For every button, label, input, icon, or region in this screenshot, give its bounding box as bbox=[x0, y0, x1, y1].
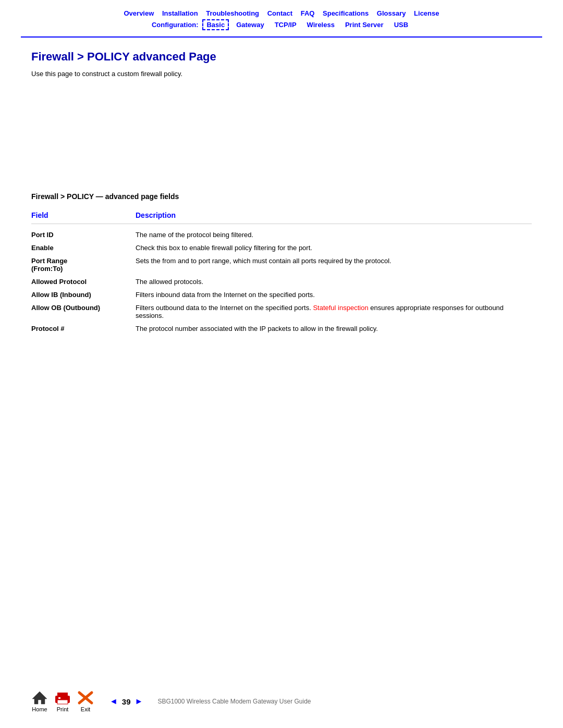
field-desc-enable: Check this box to enable firewall policy… bbox=[136, 241, 532, 254]
exit-label: Exit bbox=[81, 706, 90, 712]
field-desc-allowed-protocol: The allowed protocols. bbox=[136, 275, 532, 288]
nav-row-2: Configuration: Basic Gateway TCP/IP Wire… bbox=[0, 19, 563, 30]
field-name-allowed-protocol: Allowed Protocol bbox=[31, 275, 136, 288]
table-row: Allowed Protocol The allowed protocols. bbox=[31, 275, 532, 288]
svg-rect-2 bbox=[57, 693, 68, 697]
field-name-protocol-num: Protocol # bbox=[31, 322, 136, 335]
nav-print-server[interactable]: Print Server bbox=[345, 21, 384, 29]
nav-tcpip[interactable]: TCP/IP bbox=[275, 21, 297, 29]
field-desc-protocol-num: The protocol number associated with the … bbox=[136, 322, 532, 335]
page-number: 39 bbox=[122, 697, 131, 706]
section-title: Firewall > POLICY — advanced page fields bbox=[31, 192, 532, 201]
next-page-button[interactable]: ► bbox=[135, 697, 143, 706]
nav-faq[interactable]: FAQ bbox=[301, 9, 315, 17]
field-desc-port-id: The name of the protocol being filtered. bbox=[136, 228, 532, 241]
field-name-allow-ib: Allow IB (Inbound) bbox=[31, 288, 136, 301]
field-name-port-range: Port Range (From:To) bbox=[31, 254, 136, 275]
footer: Home Print Exit ◄ 39 ► SBG1000 Wireless bbox=[0, 690, 563, 712]
page-title: Firewall > POLICY advanced Page bbox=[31, 50, 532, 64]
svg-marker-0 bbox=[32, 692, 47, 704]
table-row: Port ID The name of the protocol being f… bbox=[31, 228, 532, 241]
footer-page-info: ◄ 39 ► SBG1000 Wireless Cable Modem Gate… bbox=[109, 697, 311, 706]
page-subtitle: Use this page to construct a custom fire… bbox=[31, 70, 532, 78]
table-row: Enable Check this box to enable firewall… bbox=[31, 241, 532, 254]
home-label: Home bbox=[32, 706, 47, 712]
nav-overview[interactable]: Overview bbox=[124, 9, 154, 17]
print-label: Print bbox=[57, 706, 69, 712]
nav-troubleshooting[interactable]: Troubleshooting bbox=[206, 9, 259, 17]
table-row: Protocol # The protocol number associate… bbox=[31, 322, 532, 335]
home-icon bbox=[31, 690, 48, 705]
print-button[interactable]: Print bbox=[53, 690, 72, 712]
nav-installation[interactable]: Installation bbox=[162, 9, 198, 17]
field-desc-allow-ob: Filters outbound data to the Internet on… bbox=[136, 301, 532, 322]
svg-rect-3 bbox=[57, 700, 68, 704]
table-row: Port Range (From:To) Sets the from and t… bbox=[31, 254, 532, 275]
prev-page-button[interactable]: ◄ bbox=[109, 697, 118, 706]
top-navigation: Overview Installation Troubleshooting Co… bbox=[0, 0, 563, 33]
nav-license[interactable]: License bbox=[414, 9, 439, 17]
fields-table: Field Description Port ID The name of th… bbox=[31, 209, 532, 335]
field-name-allow-ob: Allow OB (Outbound) bbox=[31, 301, 136, 322]
config-label: Configuration: bbox=[152, 21, 199, 29]
nav-specifications[interactable]: Specifications bbox=[323, 9, 369, 17]
nav-usb[interactable]: USB bbox=[394, 21, 408, 29]
nav-contact[interactable]: Contact bbox=[267, 9, 292, 17]
field-desc-allow-ob-before: Filters outbound data to the Internet on… bbox=[136, 304, 313, 312]
footer-nav-icons: Home Print Exit bbox=[31, 690, 94, 712]
field-desc-allow-ib: Filters inbound data from the Internet o… bbox=[136, 288, 532, 301]
nav-glossary[interactable]: Glossary bbox=[377, 9, 406, 17]
footer-doc-title: SBG1000 Wireless Cable Modem Gateway Use… bbox=[157, 698, 311, 705]
table-row: Allow IB (Inbound) Filters inbound data … bbox=[31, 288, 532, 301]
field-name-port-id: Port ID bbox=[31, 228, 136, 241]
exit-icon bbox=[77, 690, 94, 705]
home-button[interactable]: Home bbox=[31, 690, 48, 712]
table-row: Allow OB (Outbound) Filters outbound dat… bbox=[31, 301, 532, 322]
svg-rect-4 bbox=[58, 697, 60, 699]
nav-wireless[interactable]: Wireless bbox=[307, 21, 335, 29]
col-header-description: Description bbox=[136, 209, 532, 224]
nav-gateway[interactable]: Gateway bbox=[236, 21, 264, 29]
nav-row-1: Overview Installation Troubleshooting Co… bbox=[0, 9, 563, 17]
nav-basic-selected[interactable]: Basic bbox=[202, 19, 229, 30]
field-name-enable: Enable bbox=[31, 241, 136, 254]
print-icon bbox=[53, 690, 72, 705]
col-header-field: Field bbox=[31, 209, 136, 224]
exit-button[interactable]: Exit bbox=[77, 690, 94, 712]
field-desc-port-range: Sets the from and to port range, which m… bbox=[136, 254, 532, 275]
stateful-inspection-link[interactable]: Stateful inspection bbox=[313, 304, 368, 312]
main-content: Firewall > POLICY advanced Page Use this… bbox=[0, 38, 563, 377]
